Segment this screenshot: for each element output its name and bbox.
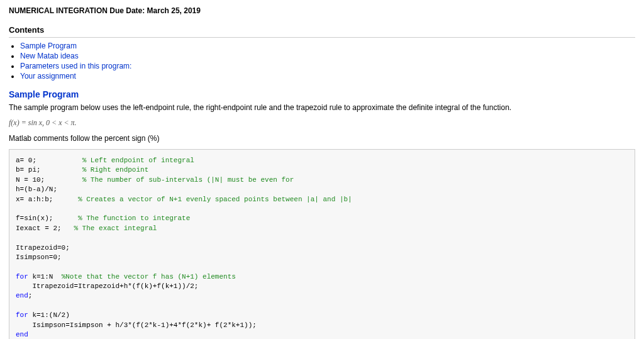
code-text: Itrapezoid=Itrapezoid+h*(f(k)+f(k+1))/2; [16,282,198,290]
toc-item: Your assignment [20,72,635,81]
toc-list: Sample Program New Matab ideas Parameter… [20,42,635,81]
code-comment: % Creates a vector of N+1 evenly spaced … [78,196,352,203]
code-text: h=(b-a)/N; [16,186,57,193]
sample-program-heading: Sample Program [9,89,635,99]
code-text: b= pi; [16,166,82,174]
toc-link-parameters[interactable]: Parameters used in this program: [20,62,131,70]
code-keyword: for [16,311,28,319]
toc-item: New Matab ideas [20,52,635,60]
sample-program-intro: The sample program below uses the left-e… [9,103,635,112]
code-text: Isimpson=0; [16,253,62,261]
code-text: a= 0; [16,157,82,164]
page-title: NUMERICAL INTEGRATION Due Date: March 25… [9,6,635,15]
contents-heading: Contents [9,25,635,35]
code-keyword: end [16,331,28,338]
code-comment: % The number of sub-intervals (|N| must … [82,176,294,184]
toc-item: Sample Program [20,42,635,50]
code-text: Isimpson=Isimpson + h/3*(f(2*k-1)+4*f(2*… [16,321,257,329]
code-comment: % Left endpoint of integral [82,157,194,164]
toc-link-your-assignment[interactable]: Your assignment [20,72,76,81]
code-text: f=sin(x); [16,214,78,222]
code-text: ; [28,292,33,299]
toc-link-new-matlab-ideas[interactable]: New Matab ideas [20,52,79,60]
code-comment: % The exact integral [74,225,157,232]
code-text: N = 10; [16,176,82,184]
toc-item: Parameters used in this program: [20,62,635,70]
code-text: Itrapezoid=0; [16,244,70,252]
code-text: x= a:h:b; [16,196,78,203]
code-comment: % The function to integrate [78,214,190,222]
divider [9,37,635,38]
code-block: a= 0; % Left endpoint of integral b= pi;… [9,149,635,339]
code-text: k=1:N [28,273,62,281]
code-comment: %Note that the vector f has (N+1) elemen… [62,273,236,281]
matlab-comment-note: Matlab comments follow the percent sign … [9,134,635,143]
math-expression: f(x) = sin x, 0 < x < π. [9,118,635,128]
code-keyword: for [16,273,28,281]
code-text: k=1:(N/2) [28,311,70,319]
code-comment: % Right endpoint [82,166,149,174]
code-keyword: end [16,292,28,299]
toc-link-sample-program[interactable]: Sample Program [20,42,77,50]
code-text: Iexact = 2; [16,225,74,232]
